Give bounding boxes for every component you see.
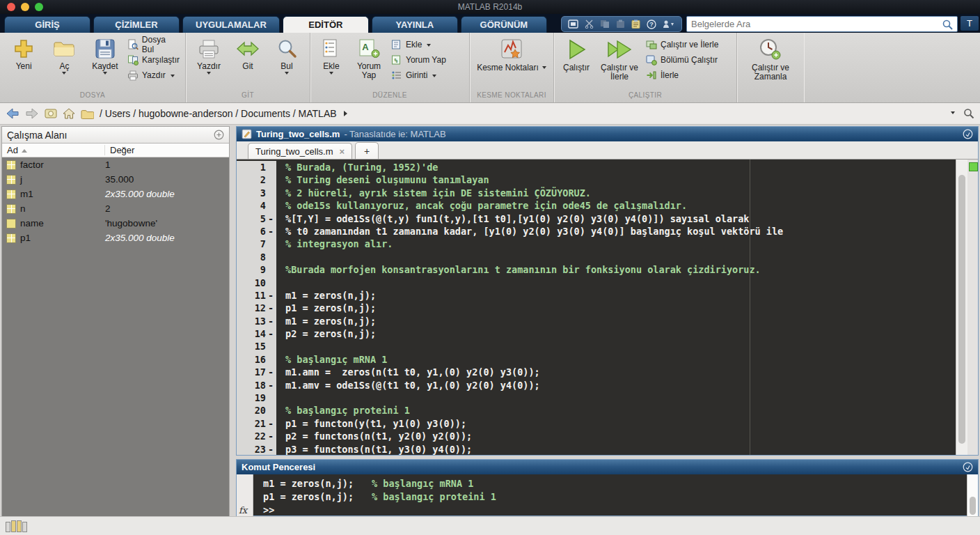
code-line[interactable]: 21- p1 = functon(y(t1, y1(0) y3(0)); [237, 417, 978, 430]
editor-scrollbar[interactable] [956, 160, 967, 455]
back-icon[interactable] [6, 108, 19, 119]
code-line[interactable]: 18- m1.amv = ode1Ss(@(t1 t0, y1,(0) y2(0… [237, 379, 978, 391]
account-badge[interactable]: T [961, 16, 979, 31]
code-line[interactable]: 19 [237, 391, 978, 404]
code-line[interactable]: 11- m1 = zeros(n,j); [237, 289, 978, 302]
copy-icon[interactable] [600, 20, 610, 29]
print-button-small[interactable]: Yazdır [127, 70, 180, 81]
cut-icon[interactable] [585, 20, 594, 29]
section-label: GİT [186, 91, 310, 102]
run-button[interactable]: Çalıştır [560, 36, 593, 72]
panel-menu-icon[interactable] [963, 462, 973, 472]
code-line[interactable]: 5- %[T,Y] = ode1Ss(@(t,y) fun1(t,y),[t1 … [237, 212, 978, 225]
run-and-time-button[interactable]: Çalıştır ve Zamanla [743, 36, 798, 82]
ribbon-tab[interactable]: ÇİZİMLER [93, 16, 180, 33]
scrollbar-thumb[interactable] [970, 497, 976, 515]
comment-button[interactable]: A Yorum Yap [351, 36, 387, 80]
forward-icon[interactable] [25, 108, 39, 119]
editor-tab[interactable]: Turing_two_cells.m × [248, 143, 352, 159]
breadcrumb[interactable]: / Users / hugobowne-anderson / Documents… [100, 108, 337, 119]
breakpoints-button[interactable]: Kesme Noktaları [477, 36, 546, 72]
workspace-row[interactable]: n 2 [2, 201, 229, 216]
code-line[interactable]: 23- p3 = functons(n(t1, y3(0) y4(0)); [237, 443, 978, 455]
code-line[interactable]: 1 % Burada, (Turing, 1952)'de [237, 161, 978, 173]
insert-button-small[interactable]: Ekle [391, 39, 446, 50]
find-button[interactable]: Bul [269, 36, 304, 77]
indent-button[interactable]: Girinti [391, 70, 446, 81]
command-prompt[interactable]: >> [263, 504, 978, 517]
search-icon[interactable] [942, 19, 954, 30]
ribbon-tab[interactable]: GİRİŞ [4, 16, 90, 33]
code-line[interactable]: 12- p1 = zeros(n,j); [237, 302, 978, 314]
quick-access-toolbar: ? [561, 16, 682, 32]
search-input[interactable] [687, 19, 942, 29]
code-line[interactable]: 13- m1 = zeros(n,j); [237, 315, 978, 327]
code-line[interactable]: 17- m1.amn = zeros(n(t1 t0, y1,(0) y2(0)… [237, 366, 978, 378]
compare-button[interactable]: Karşılaştır [127, 54, 180, 65]
command-window-titlebar: Komut Penceresi [237, 460, 978, 474]
new-button[interactable]: Yeni [6, 36, 42, 71]
find-files-button[interactable]: Dosya Bul [127, 39, 180, 50]
run-advance-button-small[interactable]: Çalıştır ve İlerle [646, 39, 718, 50]
column-header-name[interactable]: Ad [2, 145, 105, 155]
print-button[interactable]: Yazdır [191, 36, 226, 77]
workspace-row[interactable]: m1 2x35.000 double [2, 187, 229, 201]
workspace-row[interactable]: name 'hugobowne' [2, 216, 229, 231]
insert-button[interactable]: Ekle [316, 36, 347, 77]
code-line[interactable]: 9 %Burada morfojen konsantrasyonlarını t… [237, 263, 978, 276]
code-line[interactable]: 3 % 2 hücreli, ayrık sistem için DE sist… [237, 187, 978, 199]
ribbon-tab[interactable]: UYGULAMALAR [182, 16, 280, 33]
code-text: % başlangıç mRNA 1 [276, 353, 978, 366]
code-line[interactable]: 2 % Turing deseni oluşumunu tanımlayan [237, 173, 978, 186]
save-button[interactable]: Kaydet [87, 36, 123, 77]
panel-actions-icon[interactable] [214, 130, 224, 140]
ribbon-tab[interactable]: EDİTÖR [283, 16, 369, 33]
community-icon[interactable] [663, 20, 675, 29]
ribbon-tab[interactable]: YAYINLA [372, 16, 458, 33]
comment-button-small[interactable]: % Yorum Yap [391, 54, 446, 65]
magnifier-icon [276, 38, 297, 59]
tab-close-icon[interactable]: × [340, 146, 345, 157]
editor-panel: Turing_two_cells.m - Tanaslatıde ie: MAT… [236, 126, 979, 456]
command-window-body[interactable]: fx m1 = zeros(n,j);% başlangıç mRNA 1 p1… [237, 474, 978, 517]
goto-button[interactable]: Git [230, 36, 265, 71]
code-line[interactable]: 7 % integrasyon alır. [237, 238, 978, 250]
code-line[interactable]: 20 % başlangıç proteini 1 [237, 404, 978, 417]
workspace-row[interactable]: p1 2x35.000 double [2, 231, 229, 245]
code-line[interactable]: 14- p2 = zeros(n,j); [237, 327, 978, 340]
run-section-button[interactable]: Bölümü Çalıştır [646, 54, 718, 65]
clipboard-icon[interactable] [631, 20, 640, 29]
ribbon-tab[interactable]: GÖRÜNÜM [461, 16, 547, 33]
new-window-icon[interactable] [568, 20, 578, 29]
workspace-row[interactable]: j 35.000 [2, 172, 229, 187]
code-analyzer-indicator[interactable] [969, 162, 978, 171]
run-and-advance-button[interactable]: Çalıştır ve İlerle [597, 36, 642, 82]
variable-name: m1 [20, 189, 105, 199]
breadcrumb-expand-icon[interactable] [344, 111, 350, 116]
scrollbar-thumb[interactable] [958, 175, 965, 444]
function-hints-icon[interactable]: fx [239, 505, 247, 515]
browse-folder-icon[interactable] [45, 108, 57, 119]
code-line[interactable]: 4 % ode15s kullanıyoruz, ancak çoğu para… [237, 199, 978, 212]
advance-button[interactable]: İlerle [646, 70, 718, 81]
address-dropdown-icon[interactable] [951, 111, 955, 116]
code-line[interactable]: 8 [237, 251, 978, 263]
new-tab-button[interactable]: + [355, 142, 379, 159]
code-area[interactable]: 1 % Burada, (Turing, 1952)'de 2 % Turing… [237, 160, 978, 455]
code-line[interactable]: 10 [237, 277, 978, 289]
panel-menu-icon[interactable] [963, 129, 973, 139]
code-line[interactable]: 16 % başlangıç mRNA 1 [237, 353, 978, 366]
paste-icon[interactable] [616, 20, 625, 29]
search-folder-icon[interactable] [963, 108, 974, 119]
workspace-row[interactable]: factor 1 [2, 157, 229, 172]
command-scrollbar[interactable] [967, 474, 978, 517]
column-header-value[interactable]: Değer [105, 145, 134, 155]
open-button[interactable]: Aç [46, 36, 82, 77]
code-line[interactable]: 6- % t0 zamanından t1 zamanına kadar, [y… [237, 225, 978, 238]
code-line[interactable]: 15 [237, 340, 978, 352]
home-icon[interactable] [63, 108, 75, 119]
code-text [276, 391, 978, 404]
help-icon[interactable]: ? [647, 20, 656, 29]
code-line[interactable]: 22- p2 = functons(n(t1, y2(0) y2(0)); [237, 430, 978, 442]
code-text: % ode15s kullanıyoruz, ancak çoğu parame… [276, 199, 978, 212]
